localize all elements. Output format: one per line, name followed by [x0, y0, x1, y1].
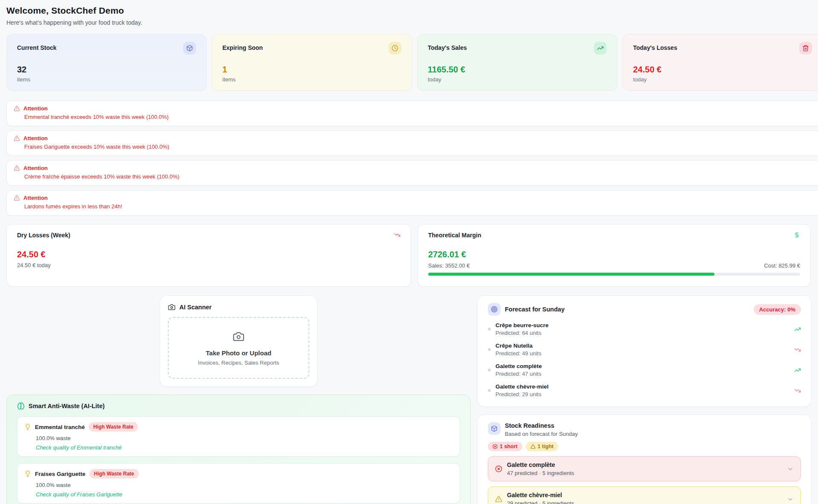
warning-triangle-icon: [14, 165, 20, 171]
dish-info: 29 predicted · 5 ingredients: [507, 500, 574, 504]
stock-readiness-subtitle: Based on forecast for Sunday: [505, 431, 578, 437]
alert-message: Lardons fumés expires in less than 24h!: [24, 203, 815, 210]
predicted-units: Predicted: 47 units: [495, 371, 542, 377]
predicted-units: Predicted: 29 units: [495, 391, 549, 397]
chevron-down-icon[interactable]: [787, 466, 794, 472]
bottom-right-column: Forecast for Sunday Accuracy: 0% Crêpe b…: [477, 295, 812, 504]
forecast-row: Crêpe Nutella Predicted: 49 units: [488, 343, 801, 357]
high-waste-badge: High Waste Rate: [89, 422, 138, 432]
forecast-row: Crêpe beurre-sucre Predicted: 64 units: [488, 322, 801, 336]
lightbulb-icon: [24, 470, 31, 477]
stat-title: Today's Losses: [633, 42, 677, 51]
lightbulb-icon: [24, 423, 31, 430]
trending-down-icon: [794, 346, 801, 353]
theoretical-margin-card: Theoretical Margin 2726.01 € Sales: 3552…: [418, 224, 811, 287]
margin-progress-fill: [428, 273, 714, 276]
dish-name: Galette complète: [495, 363, 542, 369]
package-icon: [488, 422, 501, 435]
stat-unit: today: [633, 76, 812, 83]
x-circle-icon: [495, 465, 502, 472]
stock-readiness-title: Stock Readiness: [505, 422, 578, 429]
ingredient-name: Fraises Gariguette: [35, 471, 86, 477]
stat-title: Today's Sales: [428, 42, 467, 51]
warning-triangle-icon: [14, 135, 20, 141]
margin-value: 2726.01 €: [428, 250, 800, 259]
tight-count-badge: 1 tight: [526, 442, 559, 451]
alert-card: Attention Emmental tranché exceeds 10% w…: [6, 101, 818, 126]
alert-title: Attention: [23, 105, 48, 112]
trending-up-icon: [794, 367, 801, 374]
accuracy-badge: Accuracy: 0%: [754, 304, 801, 315]
alert-message: Emmental tranché exceeds 10% waste this …: [24, 114, 815, 120]
bottom-section: AI Scanner Take Photo or Upload Invoices…: [6, 295, 818, 504]
camera-icon: [233, 331, 245, 344]
todays-losses-card: Today's Losses 24.50 € today: [622, 34, 818, 91]
warning-triangle-icon: [495, 495, 502, 503]
bullet-dot: [488, 369, 491, 372]
photo-upload-dropzone[interactable]: Take Photo or Upload Invoices, Recipes, …: [168, 317, 309, 379]
dry-losses-value: 24.50 €: [17, 250, 400, 259]
advice-text: Check quality of Fraises Gariguette: [36, 491, 453, 498]
camera-icon: [168, 303, 176, 311]
kpi-panels-row: Dry Losses (Week) 24.50 € 24.50 € today …: [6, 224, 818, 287]
waste-rate-text: 100.0% waste: [36, 435, 453, 441]
stat-value: 32: [17, 65, 196, 75]
brain-icon: [17, 402, 25, 410]
dish-name: Crêpe Nutella: [495, 343, 541, 349]
ai-scanner-card: AI Scanner Take Photo or Upload Invoices…: [160, 295, 317, 387]
current-stock-card: Current Stock 32 items: [6, 34, 207, 91]
alert-title: Attention: [23, 195, 48, 201]
alert-card: Attention Lardons fumés expires in less …: [6, 190, 818, 216]
clock-icon: [389, 42, 401, 55]
trending-down-icon: [794, 387, 801, 394]
alert-title: Attention: [23, 165, 48, 171]
alerts-list: Attention Emmental tranché exceeds 10% w…: [6, 101, 818, 216]
smart-anti-waste-card: Smart Anti-Waste (AI-Lite) Emmental tran…: [6, 395, 471, 504]
expiring-soon-card: Expiring Soon 1 items: [212, 34, 412, 91]
forecast-card: Forecast for Sunday Accuracy: 0% Crêpe b…: [477, 295, 812, 407]
panel-title: Theoretical Margin: [428, 232, 481, 239]
stat-value: 24.50 €: [633, 65, 812, 75]
warning-triangle-icon: [14, 195, 20, 201]
trending-up-icon: [794, 326, 801, 333]
anti-waste-item: Emmental tranché High Waste Rate 100.0% …: [17, 416, 460, 457]
chevron-down-icon[interactable]: [787, 496, 794, 503]
high-waste-badge: High Waste Rate: [89, 469, 139, 478]
page-title: Welcome, StockChef Demo: [6, 6, 818, 16]
stat-value: 1: [222, 65, 401, 75]
dish-name: Crêpe beurre-sucre: [495, 322, 549, 328]
forecast-row: Galette complète Predicted: 47 units: [488, 363, 801, 377]
bullet-dot: [488, 348, 491, 351]
readiness-row-galette-chevre-miel[interactable]: Galette chèvre-miel 29 predicted · 5 ing…: [488, 487, 801, 504]
readiness-badges: 1 short 1 tight: [488, 442, 801, 451]
forecast-title: Forecast for Sunday: [505, 306, 565, 313]
stat-value: 1165.50 €: [428, 65, 607, 75]
dish-info: 47 predicted · 5 ingredients: [507, 470, 574, 476]
margin-cost-label: Cost: 825.99 €: [764, 262, 800, 269]
todays-sales-card: Today's Sales 1165.50 € today: [417, 34, 617, 91]
forecast-row: Galette chèvre-miel Predicted: 29 units: [488, 383, 801, 397]
dollar-icon: [794, 232, 800, 238]
stats-row: Current Stock 32 items Expiring Soon 1 i…: [6, 34, 818, 91]
upload-cta-label: Take Photo or Upload: [206, 349, 271, 357]
trash-icon: [799, 42, 812, 55]
readiness-row-galette-complete[interactable]: Galette complète 47 predicted · 5 ingred…: [488, 456, 801, 481]
trending-up-icon: [594, 42, 607, 55]
margin-progress-track: [428, 273, 800, 276]
upload-hint-label: Invoices, Recipes, Sales Reports: [198, 360, 279, 366]
dashboard-page: Welcome, StockChef Demo Here's what's ha…: [0, 0, 818, 504]
warning-triangle-icon: [14, 105, 20, 112]
panel-title: Dry Losses (Week): [17, 232, 70, 239]
alert-message: Crème fraîche épaisse exceeds 10% waste …: [24, 173, 815, 180]
dish-name: Galette chèvre-miel: [507, 492, 574, 498]
predicted-units: Predicted: 64 units: [495, 330, 549, 336]
advice-text: Check quality of Emmental tranché: [36, 444, 453, 451]
bullet-dot: [488, 389, 491, 392]
bullet-dot: [488, 328, 491, 331]
margin-sales-label: Sales: 3552.00 €: [428, 262, 470, 269]
dry-losses-card: Dry Losses (Week) 24.50 € 24.50 € today: [6, 224, 411, 287]
stat-title: Expiring Soon: [222, 42, 263, 51]
waste-rate-text: 100.0% waste: [36, 482, 453, 488]
package-icon: [183, 42, 196, 55]
ingredient-name: Emmental tranché: [35, 424, 85, 430]
